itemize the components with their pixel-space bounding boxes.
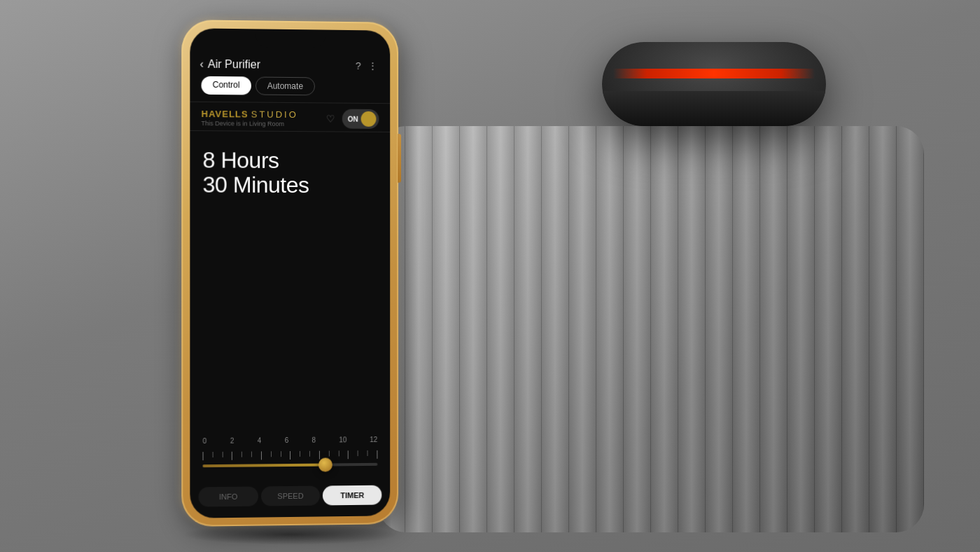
device-red-stripe <box>602 69 826 78</box>
app-content: ‹ Air Purifier ? ⋮ Control Automate <box>190 49 390 518</box>
tick <box>241 452 242 457</box>
phone: ‹ Air Purifier ? ⋮ Control Automate <box>181 20 398 527</box>
tick <box>300 451 300 457</box>
slider-section: 0 2 4 6 8 10 12 <box>190 436 390 482</box>
slider-label-12: 12 <box>370 436 377 443</box>
tick <box>368 450 368 456</box>
brand-havells: HAVELLS <box>202 109 248 120</box>
more-icon[interactable]: ⋮ <box>368 60 378 71</box>
tick <box>290 451 290 460</box>
rib <box>487 126 514 532</box>
back-button[interactable]: ‹ Air Purifier <box>200 58 260 71</box>
rib <box>542 126 569 532</box>
tab-automate[interactable]: Automate <box>255 77 315 96</box>
brand-studio: STUDIO <box>251 109 298 120</box>
tick <box>212 452 213 457</box>
power-toggle[interactable]: ON <box>342 109 379 129</box>
brand-section: HAVELLS STUDIO This Device is in Living … <box>190 102 390 132</box>
rib <box>842 126 869 532</box>
slider-fill <box>203 464 326 468</box>
tick <box>319 451 320 460</box>
luggage-ribs <box>378 126 924 532</box>
slider-container[interactable] <box>203 448 378 470</box>
tick <box>203 452 204 460</box>
header-icons: ? ⋮ <box>356 60 378 71</box>
brand-subtitle: This Device is in Living Room <box>202 120 298 127</box>
tick <box>348 450 349 459</box>
toggle-label: ON <box>348 115 358 123</box>
rib <box>651 126 678 532</box>
phone-shadow <box>182 524 399 545</box>
page-title: Air Purifier <box>208 58 260 71</box>
slider-track[interactable] <box>203 463 378 467</box>
rib <box>624 126 651 532</box>
rib <box>788 126 815 532</box>
device-bottom <box>602 91 826 126</box>
bottom-navigation: INFO SPEED TIMER <box>190 480 390 518</box>
tick <box>309 451 310 457</box>
phone-side-button <box>398 134 401 183</box>
tick <box>377 450 377 459</box>
slider-thumb[interactable] <box>318 457 332 471</box>
tick <box>251 451 252 457</box>
phone-screen: ‹ Air Purifier ? ⋮ Control Automate <box>190 28 390 518</box>
air-purifier-device <box>602 42 826 126</box>
slider-labels: 0 2 4 6 8 10 12 <box>203 436 378 445</box>
rib <box>405 126 433 532</box>
tick <box>281 451 281 457</box>
brand-text: HAVELLS STUDIO This Device is in Living … <box>202 109 298 127</box>
help-icon[interactable]: ? <box>356 60 361 71</box>
tick <box>261 451 262 460</box>
tab-bar: Control Automate <box>190 76 390 104</box>
slider-ticks <box>203 450 378 460</box>
tick <box>222 452 223 457</box>
app-header: ‹ Air Purifier ? ⋮ <box>190 49 390 78</box>
slider-label-4: 4 <box>258 436 262 444</box>
rib <box>760 126 788 532</box>
rib <box>706 126 733 532</box>
rib <box>433 126 460 532</box>
tick <box>338 450 339 456</box>
tab-control[interactable]: Control <box>202 76 251 95</box>
rib <box>897 126 924 532</box>
bottom-tab-speed[interactable]: SPEED <box>261 486 321 506</box>
slider-label-10: 10 <box>339 436 346 443</box>
luggage-background <box>378 126 924 532</box>
favorite-icon[interactable]: ♡ <box>326 113 335 124</box>
tick <box>358 450 358 456</box>
slider-label-0: 0 <box>203 437 207 445</box>
bottom-tab-info[interactable]: INFO <box>198 486 258 506</box>
rib <box>569 126 596 532</box>
slider-label-2: 2 <box>230 437 234 445</box>
tick <box>271 451 272 457</box>
slider-label-8: 8 <box>312 436 316 444</box>
brand-controls: ♡ ON <box>326 109 379 128</box>
toggle-knob <box>361 111 377 127</box>
slider-label-6: 6 <box>285 436 289 444</box>
rib <box>514 126 542 532</box>
rib <box>460 126 487 532</box>
timer-minutes: 30 Minutes <box>203 173 378 198</box>
rib <box>733 126 760 532</box>
rib <box>596 126 624 532</box>
timer-display: 8 Hours 30 Minutes <box>190 131 390 437</box>
timer-hours: 8 Hours <box>203 148 378 174</box>
rib <box>678 126 706 532</box>
back-arrow-icon: ‹ <box>200 59 203 70</box>
tick <box>329 451 330 457</box>
bottom-tab-timer[interactable]: TIMER <box>323 485 382 506</box>
tick <box>232 452 232 460</box>
phone-notch <box>255 29 326 48</box>
rib <box>869 126 897 532</box>
rib <box>815 126 842 532</box>
